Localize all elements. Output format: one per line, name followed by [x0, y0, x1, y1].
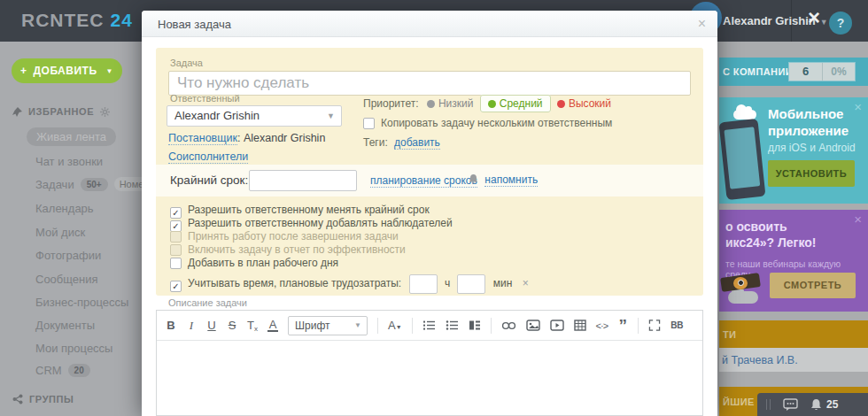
- watch-button[interactable]: СМОТРЕТЬ: [770, 273, 856, 298]
- sidebar-item-live-feed[interactable]: Живая лента: [27, 127, 116, 146]
- fullscreen-button[interactable]: [648, 320, 661, 331]
- right-section-header: ТИ: [719, 320, 868, 348]
- groups-header[interactable]: ГРУППЫ: [12, 394, 74, 404]
- chat-icon[interactable]: [783, 398, 798, 412]
- creator-link[interactable]: Постановщик: [168, 132, 237, 145]
- sidebar-item-chat[interactable]: Чат и звонки: [35, 155, 103, 168]
- creator-row: Постановщик: Alexandr Grishin: [168, 132, 325, 144]
- option-label: Разрешить ответственному менять крайний …: [188, 204, 430, 216]
- option-row-disabled: Включить задачу в отчет по эффективности: [170, 243, 406, 256]
- option-label: Добавить в план рабочего дня: [188, 257, 338, 269]
- bell-icon[interactable]: [810, 398, 822, 412]
- drag-handle: [770, 399, 771, 410]
- description-editor: B I U S Tx A Шрифт▼ A▼ <·> ” BB: [156, 310, 703, 416]
- hours-suffix: ч: [445, 277, 450, 289]
- font-size-button[interactable]: A▼: [388, 319, 402, 332]
- option-label: Разрешить ответственному добавлять наблю…: [188, 217, 453, 229]
- bullet-list-button[interactable]: [446, 320, 459, 331]
- priority-option-low[interactable]: Низкий: [427, 97, 474, 110]
- creator-value: Alexandr Grishin: [244, 132, 325, 144]
- video-button[interactable]: [550, 320, 564, 331]
- page-close-button[interactable]: ×: [808, 7, 820, 28]
- task-title-input[interactable]: [168, 71, 691, 96]
- close-icon[interactable]: ×: [854, 212, 862, 227]
- notification-count[interactable]: 25: [826, 398, 838, 411]
- sidebar-item-label: Живая лента: [36, 130, 106, 143]
- company-pulse-bar[interactable]: С КОМПАНИИ 60%: [719, 58, 868, 86]
- minutes-input[interactable]: [457, 274, 485, 294]
- gear-icon[interactable]: [100, 107, 110, 117]
- ordered-list-button[interactable]: [422, 320, 436, 331]
- clear-format-button[interactable]: Tx: [247, 319, 258, 333]
- sidebar-item-label: CRM: [35, 364, 62, 377]
- sidebar-item-my-processes[interactable]: Мои процессы: [35, 342, 112, 355]
- radio-icon: [488, 100, 496, 108]
- favorites-header[interactable]: ИЗБРАННОЕ: [12, 106, 110, 117]
- underline-button[interactable]: U: [206, 319, 217, 332]
- remove-time-icon[interactable]: ×: [523, 277, 529, 289]
- code-button[interactable]: <·>: [596, 320, 608, 331]
- modal-close-button[interactable]: ×: [698, 16, 706, 32]
- new-task-modal: Новая задача × Задача Ответственный Alex…: [142, 11, 717, 416]
- pulse-value: 6: [789, 63, 823, 81]
- planning-link[interactable]: планирование сроков: [370, 174, 477, 188]
- add-button[interactable]: + ДОБАВИТЬ ▼: [12, 58, 122, 83]
- bbcode-button[interactable]: BB: [670, 320, 683, 330]
- hours-input[interactable]: [409, 274, 438, 294]
- sidebar-item-calendar[interactable]: Календарь: [35, 202, 94, 215]
- remind-row: напомнить: [468, 173, 538, 186]
- table-button[interactable]: [574, 320, 586, 331]
- bold-button[interactable]: B: [166, 319, 176, 332]
- priority-option-high[interactable]: Высокий: [557, 97, 611, 110]
- close-icon[interactable]: ×: [854, 99, 862, 114]
- font-family-select[interactable]: Шрифт▼: [288, 316, 368, 335]
- promo-subtitle: для iOS и Android: [768, 142, 856, 154]
- crm-count-badge: 20: [68, 364, 90, 377]
- sidebar-item-label: Задачи: [35, 178, 74, 191]
- install-button[interactable]: УСТАНОВИТЬ: [768, 160, 855, 187]
- sidebar-item-documents[interactable]: Документы: [35, 319, 95, 332]
- app-logo[interactable]: RCNTEC24: [21, 10, 133, 31]
- pulse-title: С КОМПАНИИ: [723, 66, 793, 77]
- help-button[interactable]: ?: [829, 12, 852, 35]
- clear-format-sub: x: [254, 325, 258, 333]
- quote-button[interactable]: ”: [617, 321, 628, 330]
- align-button[interactable]: [469, 320, 481, 331]
- sidebar-item-crm[interactable]: CRM20: [35, 364, 90, 377]
- responsible-select[interactable]: Alexandr Grishin▼: [167, 105, 342, 127]
- sidebar-item-label: Календарь: [35, 202, 94, 215]
- option-row[interactable]: Добавить в план рабочего дня: [170, 257, 338, 269]
- add-button-label: ДОБАВИТЬ: [34, 65, 97, 77]
- left-sidebar: + ДОБАВИТЬ ▼ ИЗБРАННОЕ Живая лента Чат и…: [0, 42, 146, 416]
- text-color-button[interactable]: A: [267, 319, 278, 332]
- remind-link[interactable]: напомнить: [484, 173, 538, 187]
- sidebar-item-business-processes[interactable]: Бизнес-процессы: [35, 296, 128, 309]
- deadline-planning-row: планирование сроков: [370, 174, 477, 187]
- description-textarea[interactable]: [157, 341, 702, 416]
- tags-add-link[interactable]: добавить: [394, 136, 440, 150]
- checkbox-checked-icon[interactable]: ✓: [170, 281, 182, 292]
- copy-task-row[interactable]: Копировать задачу нескольким ответственн…: [363, 117, 612, 129]
- sidebar-item-photos[interactable]: Фотографии: [35, 249, 101, 262]
- image-button[interactable]: [526, 320, 540, 331]
- sidebar-item-my-drive[interactable]: Мой диск: [35, 226, 85, 239]
- sidebar-item-label: Документы: [35, 319, 95, 332]
- notification-widget: 25: [757, 393, 868, 416]
- birthday-link[interactable]: й Трачева И.В.: [722, 354, 798, 366]
- drag-handle[interactable]: [766, 399, 767, 410]
- deadline-input[interactable]: [249, 170, 357, 191]
- strikethrough-button[interactable]: S: [227, 319, 237, 332]
- coexecutors-link[interactable]: Соисполнители: [168, 150, 248, 164]
- birthday-row[interactable]: й Трачева И.В.: [719, 348, 868, 372]
- link-button[interactable]: [501, 321, 516, 330]
- priority-option-medium[interactable]: Средний: [480, 95, 551, 112]
- checkbox-icon[interactable]: [363, 118, 375, 129]
- sidebar-item-label: Чат и звонки: [35, 155, 103, 168]
- priority-option-label: Низкий: [438, 97, 474, 110]
- italic-button[interactable]: I: [186, 319, 197, 333]
- priority-label: Приоритет:: [363, 97, 419, 110]
- promo-title-line: Мобильное: [768, 106, 843, 121]
- sidebar-item-messages[interactable]: Сообщения: [35, 273, 98, 286]
- checkbox-icon[interactable]: [170, 258, 182, 269]
- tasks-count-badge: 50+: [81, 178, 108, 191]
